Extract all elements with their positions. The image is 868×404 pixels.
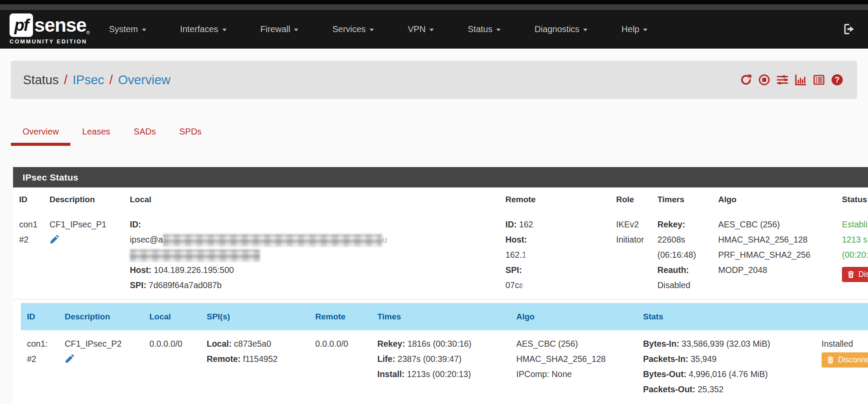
spi-local-label: Local: xyxy=(207,339,231,348)
child-cell-algo: AES_CBC (256) HMAC_SHA2_256_128 IPComp: … xyxy=(510,330,637,404)
breadcrumb-link-ipsec[interactable]: IPsec xyxy=(73,73,104,87)
caret-down-icon xyxy=(429,29,434,31)
col-header-remote: Remote xyxy=(499,187,610,212)
child-col-description: Description xyxy=(59,303,143,330)
cell-id: con1 #2 xyxy=(13,212,43,299)
pfsense-logo[interactable]: pf sense ® COMMUNITY EDITION xyxy=(10,13,90,45)
cell-description: CF1_IPsec_P1 xyxy=(43,212,124,299)
col-header-description: Description xyxy=(43,187,124,212)
tab-leases[interactable]: Leases xyxy=(70,117,122,146)
breadcrumb: Status / IPsec / Overview xyxy=(23,61,171,99)
caret-down-icon xyxy=(222,29,227,31)
rekey-time: (06:16:48) xyxy=(657,247,712,263)
local-spi-value: 7d689f64a7ad087b xyxy=(149,280,221,290)
child-sa-table: ID Description Local SPI(s) Remote Times… xyxy=(21,303,868,404)
menu-item-diagnostics[interactable]: Diagnostics xyxy=(535,24,587,34)
tab-sads[interactable]: SADs xyxy=(122,117,168,146)
algo-prf: PRF_HMAC_SHA2_256 xyxy=(718,247,836,263)
menu-item-system[interactable]: System xyxy=(109,24,146,34)
ipsec-status-table: ID Description Local Remote Role Timers … xyxy=(13,187,868,404)
life-label: Life: xyxy=(377,354,395,364)
trash-icon xyxy=(826,355,835,365)
menu-label: Firewall xyxy=(261,24,290,34)
ike-sa-row: con1 #2 CF1_IPsec_P1 ID: ipsec@au xyxy=(13,212,868,299)
caret-down-icon xyxy=(496,29,501,31)
reauth-value: Disabled xyxy=(657,278,712,293)
menu-label: Interfaces xyxy=(180,24,218,34)
caret-down-icon xyxy=(583,29,587,31)
redaction-blur xyxy=(130,250,260,262)
remote-network: 0.0.0.0/0 xyxy=(315,336,371,351)
child-cell-status: Installed Disconnect xyxy=(815,330,868,404)
sa-number: #2 xyxy=(19,232,43,247)
help-icon[interactable]: ? xyxy=(831,74,843,86)
spi-remote-label: Remote: xyxy=(207,354,241,364)
disconnect-child-button[interactable]: Disconnect xyxy=(822,352,868,368)
menu-label: System xyxy=(109,24,138,34)
panel-title: IPsec Status xyxy=(13,167,868,187)
role-value: Initiator xyxy=(616,232,651,247)
menu-item-firewall[interactable]: Firewall xyxy=(261,24,299,34)
menu-item-interfaces[interactable]: Interfaces xyxy=(180,24,227,34)
remote-host-label: Host: xyxy=(505,235,527,244)
tab-bar: Overview Leases SADs SPDs xyxy=(11,117,213,146)
col-header-status: Status xyxy=(836,187,868,212)
menu-item-help[interactable]: Help xyxy=(621,24,647,34)
redaction-white xyxy=(527,250,579,261)
breadcrumb-separator: / xyxy=(64,73,67,87)
child-cell-times: Rekey: 1816s (00:30:16) Life: 2387s (00:… xyxy=(371,330,510,404)
algo-ipcomp: IPComp: None xyxy=(516,367,637,382)
header-accent-strip xyxy=(0,4,868,10)
cell-algo: AES_CBC (256) HMAC_SHA2_256_128 PRF_HMAC… xyxy=(712,212,836,299)
disconnect-label: Disconnect xyxy=(838,355,868,365)
pf-logo-box: pf xyxy=(10,13,33,37)
packets-in-label: Packets-In: xyxy=(643,354,688,364)
menu-label: VPN xyxy=(408,24,426,34)
connection-id: con1 xyxy=(19,217,43,232)
algo-encryption: AES_CBC (256) xyxy=(516,336,637,351)
rekey-label: Rekey: xyxy=(657,220,685,229)
col-header-timers: Timers xyxy=(651,187,712,212)
remote-spi-label: SPI: xyxy=(505,265,522,275)
menu-label: Services xyxy=(332,24,366,34)
log-list-icon[interactable] xyxy=(813,74,825,86)
packets-in-value: 35,949 xyxy=(690,354,716,364)
menu-item-vpn[interactable]: VPN xyxy=(408,24,434,34)
cell-remote: ID: 162. Host: 162.1 SPI: 07ca xyxy=(499,212,610,299)
menu-item-status[interactable]: Status xyxy=(468,24,501,34)
breadcrumb-link-overview[interactable]: Overview xyxy=(118,73,171,87)
status-installed: Installed xyxy=(822,336,868,351)
stop-icon[interactable] xyxy=(758,74,770,86)
install-label: Install: xyxy=(377,369,405,379)
edit-pencil-icon[interactable] xyxy=(50,234,124,249)
tab-overview[interactable]: Overview xyxy=(11,117,70,146)
local-spi-label: SPI: xyxy=(130,280,146,290)
child-col-status xyxy=(815,303,868,330)
edit-pencil-icon[interactable] xyxy=(65,353,143,368)
redaction-fragment: u xyxy=(382,235,387,244)
local-id-value: ipsec@a xyxy=(130,235,163,244)
local-network: 0.0.0.0/0 xyxy=(149,336,201,351)
sign-out-icon[interactable] xyxy=(842,22,856,36)
disconnect-button[interactable]: Disconnect xyxy=(842,267,868,282)
algo-integrity: HMAC_SHA2_256_128 xyxy=(516,351,637,367)
child-sa-container: ID Description Local SPI(s) Remote Times… xyxy=(13,299,868,404)
bar-chart-icon[interactable] xyxy=(795,74,807,86)
bytes-in-value: 33,586,939 (32.03 MiB) xyxy=(682,339,770,348)
child-cell-stats: Bytes-In: 33,586,939 (32.03 MiB) Packets… xyxy=(637,330,815,404)
bytes-out-value: 4,996,016 (4.76 MiB) xyxy=(689,369,768,379)
pf-logo-text: pf xyxy=(14,16,28,35)
filter-sliders-icon[interactable] xyxy=(776,74,789,86)
cell-status: Established 1213 s (00:20:13) Disconnect xyxy=(836,212,868,299)
child-col-stats: Stats xyxy=(637,303,815,330)
child-sa-row: con1: #2 CF1_IPsec_P2 xyxy=(21,330,868,404)
child-col-times: Times xyxy=(371,303,510,330)
refresh-icon[interactable] xyxy=(740,74,752,86)
menu-item-services[interactable]: Services xyxy=(332,24,374,34)
rekey-label: Rekey: xyxy=(377,339,405,348)
description-text: CF1_IPsec_P1 xyxy=(50,217,124,232)
local-host-value: 104.189.226.195:500 xyxy=(154,265,234,275)
caret-down-icon xyxy=(142,29,146,31)
tab-spds[interactable]: SPDs xyxy=(168,117,213,146)
child-col-local: Local xyxy=(143,303,201,330)
